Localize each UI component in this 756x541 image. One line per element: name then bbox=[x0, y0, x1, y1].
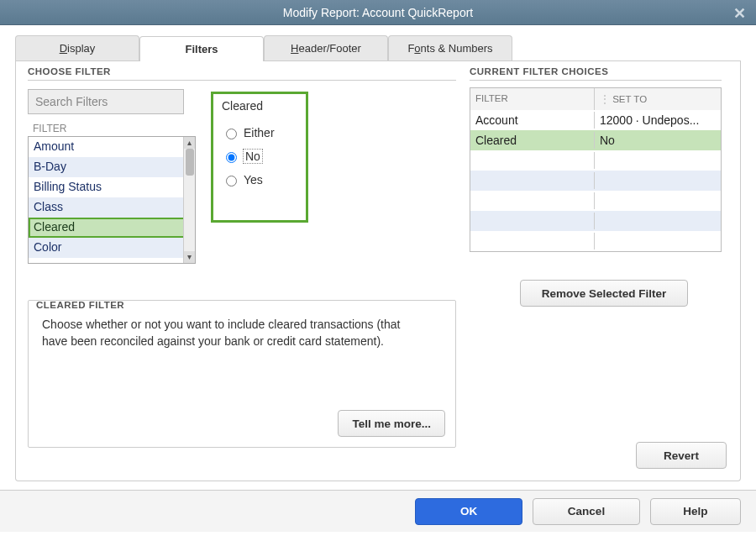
choose-filter-group: CHOOSE FILTER FILTER Amount B-Day Billin… bbox=[28, 66, 456, 264]
choose-filter-label: CHOOSE FILTER bbox=[28, 66, 456, 76]
list-item[interactable]: Class bbox=[29, 197, 185, 218]
table-row[interactable] bbox=[470, 191, 721, 211]
tab-fonts-numbers[interactable]: Fonts & Numbers bbox=[388, 35, 512, 60]
radio-yes[interactable]: Yes bbox=[222, 173, 297, 186]
list-item[interactable]: Billing Status bbox=[29, 177, 185, 197]
window-title: Modify Report: Account QuickReport bbox=[283, 6, 473, 19]
tab-display[interactable]: Display bbox=[15, 35, 139, 60]
col-header-setto[interactable]: ⋮ SET TO bbox=[595, 88, 721, 110]
tell-me-more-button[interactable]: Tell me more... bbox=[338, 410, 445, 437]
tab-filters[interactable]: Filters bbox=[139, 36, 264, 61]
filter-description-text: Choose whether or not you want to includ… bbox=[42, 316, 428, 350]
scroll-down-icon[interactable]: ▾ bbox=[184, 251, 195, 263]
table-row[interactable] bbox=[470, 171, 721, 191]
tab-header-footer[interactable]: Header/Footer bbox=[264, 35, 388, 60]
list-item[interactable]: Color bbox=[29, 238, 185, 258]
list-item-selected[interactable]: Cleared bbox=[29, 218, 185, 238]
tab-panel-filters: CHOOSE FILTER FILTER Amount B-Day Billin… bbox=[15, 61, 741, 481]
scroll-up-icon[interactable]: ▴ bbox=[184, 137, 195, 149]
tab-strip: Display Filters Header/Footer Fonts & Nu… bbox=[15, 35, 741, 61]
radio-no-input[interactable] bbox=[226, 152, 237, 163]
filter-listbox[interactable]: Amount B-Day Billing Status Class Cleare… bbox=[28, 136, 196, 264]
col-header-filter[interactable]: FILTER bbox=[470, 88, 595, 110]
cancel-button[interactable]: Cancel bbox=[533, 498, 640, 525]
table-row-selected[interactable]: Cleared No bbox=[470, 130, 721, 150]
table-row[interactable] bbox=[470, 150, 721, 171]
radio-yes-input[interactable] bbox=[226, 176, 237, 186]
close-icon[interactable]: ✕ bbox=[733, 4, 746, 23]
search-input[interactable] bbox=[28, 89, 184, 114]
scrollbar[interactable]: ▴ ▾ bbox=[183, 137, 195, 263]
current-filter-choices-group: CURRENT FILTER CHOICES FILTER ⋮ SET TO A… bbox=[470, 66, 722, 252]
current-filter-choices-label: CURRENT FILTER CHOICES bbox=[470, 66, 722, 76]
cleared-radio-panel: Cleared Either No Yes bbox=[211, 92, 308, 223]
list-item[interactable]: B-Day bbox=[29, 157, 185, 177]
choices-table: FILTER ⋮ SET TO Account 12000 · Undepos.… bbox=[470, 87, 722, 252]
table-header: FILTER ⋮ SET TO bbox=[470, 88, 721, 110]
revert-button[interactable]: Revert bbox=[636, 442, 727, 469]
radio-panel-title: Cleared bbox=[222, 99, 297, 113]
table-row[interactable] bbox=[470, 231, 721, 251]
titlebar: Modify Report: Account QuickReport ✕ bbox=[0, 0, 756, 25]
radio-either[interactable]: Either bbox=[222, 126, 297, 139]
radio-no[interactable]: No bbox=[222, 150, 297, 163]
list-item[interactable]: Amount bbox=[29, 137, 185, 157]
help-button[interactable]: Help bbox=[650, 498, 741, 525]
scroll-thumb[interactable] bbox=[186, 149, 194, 176]
remove-selected-filter-button[interactable]: Remove Selected Filter bbox=[520, 280, 688, 307]
dialog-button-bar: OK Cancel Help bbox=[0, 490, 756, 532]
table-row[interactable] bbox=[470, 211, 721, 231]
table-row[interactable]: Account 12000 · Undepos... bbox=[470, 110, 721, 130]
radio-either-input[interactable] bbox=[226, 129, 237, 139]
ok-button[interactable]: OK bbox=[415, 498, 522, 525]
cleared-filter-desc-group: CLEARED FILTER Choose whether or not you… bbox=[28, 290, 456, 448]
